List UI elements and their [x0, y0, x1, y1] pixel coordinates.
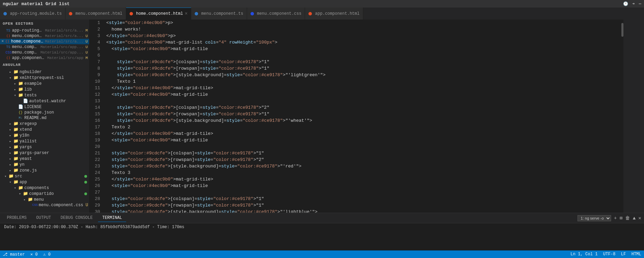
code-line: style="color:#9cdcfe">[colspan]=style="c…: [106, 104, 620, 111]
tree-item[interactable]: ▸📁yargs: [0, 144, 89, 150]
tree-item[interactable]: 📄autotest.watchr: [0, 98, 89, 104]
panel-tab-problems[interactable]: PROBLEMS: [3, 214, 31, 222]
tree-item[interactable]: ▾📁xmlhttprequest-ssl: [0, 75, 89, 81]
tree-item[interactable]: ▸📁ngbuilder: [0, 69, 89, 75]
tree-item[interactable]: ▸📁menu: [0, 197, 89, 202]
code-line: [106, 52, 620, 59]
expanded-arrow-icon: ▾: [17, 192, 23, 196]
title-icons: 🕐 ➜ ⋯: [623, 1, 641, 7]
open-editor-item[interactable]: ⟨⟩app.component.html Material/src/appM: [0, 55, 89, 61]
close-panel-icon[interactable]: ✕: [639, 215, 641, 221]
tree-item[interactable]: CSSmenu.component.css U: [0, 202, 89, 208]
tree-item[interactable]: ▸📁lib: [0, 86, 89, 92]
more-icon[interactable]: ⋯: [639, 1, 641, 7]
folder-icon: 📁: [18, 87, 23, 92]
file-icon: 📄: [18, 104, 23, 109]
collapsed-arrow-icon: ▸: [8, 133, 13, 138]
code-line: style="color:#9cdcfe">[colspan]=style="c…: [106, 196, 620, 202]
code-line: <style="color:#4ec9b0">mat-grid-tile: [106, 137, 620, 143]
tree-item[interactable]: ▾📁components: [0, 185, 89, 191]
title-bar: ngular material Grid list 🕐 ➜ ⋯: [0, 0, 644, 8]
tab-label: home.component.html: [136, 11, 183, 16]
terminal-select[interactable]: 1: ng serve -o: [578, 215, 611, 221]
line-numbers: 1234567891011121314151617181920212223242…: [89, 20, 104, 213]
split-terminal-icon[interactable]: ⊞: [620, 215, 622, 221]
maximize-panel-icon[interactable]: ▲: [633, 215, 635, 221]
folder-icon: 📁: [13, 133, 19, 138]
folder-icon: 📁: [18, 81, 23, 86]
tree-item[interactable]: M↓README.md: [0, 115, 89, 121]
editor-tab-tab-menu-ts[interactable]: menu.component.ts: [191, 8, 247, 20]
code-line: <style="color:#4ec9b0">mat-grid-tile: [106, 46, 620, 52]
panel-tab-debug-console[interactable]: DEBUG CONSOLE: [57, 214, 97, 222]
delete-terminal-icon[interactable]: 🗑: [625, 215, 630, 221]
line-number: 20: [89, 143, 100, 150]
add-terminal-icon[interactable]: +: [614, 215, 617, 221]
tab-icon: [130, 12, 133, 15]
tree-item[interactable]: ▾📁tests: [0, 92, 89, 98]
collapsed-arrow-icon: ▸: [12, 82, 18, 86]
clock-icon[interactable]: 🕐: [623, 1, 628, 7]
tree-item-label: xmlhttprequest-ssl: [20, 75, 89, 80]
code-line: [106, 189, 620, 196]
code-line: style="color:#9cdcfe">[rowspan]=style="c…: [106, 65, 620, 72]
close-icon[interactable]: ×: [1, 39, 4, 44]
tree-badge: [84, 181, 87, 184]
tree-item-label: package.json: [24, 110, 89, 115]
open-editor-item[interactable]: CSSmenu.component.css Material/src/app..…: [0, 50, 89, 55]
code-line: style="color:#9cdcfe">[colspan]=style="c…: [106, 150, 620, 156]
tree-item[interactable]: ▸📁yallist: [0, 138, 89, 144]
tree-item-label: src: [15, 174, 84, 179]
tree-item[interactable]: {}package.json: [0, 110, 89, 115]
tree-item[interactable]: ▾📁src: [0, 173, 89, 179]
tree-item-label: yallist: [20, 139, 89, 144]
tree-item-label: ngbuilder: [20, 70, 89, 74]
file-label: home.component.html: [11, 39, 44, 44]
editor-tab-tab-app-html[interactable]: app.component.html: [305, 8, 363, 20]
code-line: </style="color:#4ec9b0">mat-grid-tile>: [106, 85, 620, 91]
tree-item[interactable]: ▸📁xregexp: [0, 121, 89, 127]
editor-tab-tab-home-html[interactable]: home.component.html×: [126, 8, 191, 20]
tree-item[interactable]: ▸📁example: [0, 81, 89, 86]
panel-tab-output[interactable]: OUTPUT: [32, 214, 55, 222]
tree-item[interactable]: ▸📁yeast: [0, 156, 89, 162]
line-number: 28: [89, 196, 100, 202]
tab-label: menu.component.ts: [201, 11, 243, 16]
editor-tab-tab-menu-css[interactable]: menu.component.css: [247, 8, 305, 20]
open-editor-item[interactable]: ⟨⟩menu.component.html Material/src/a...U: [0, 33, 89, 39]
tree-item[interactable]: ▾📁compartido: [0, 191, 89, 197]
tree-item[interactable]: ▾📁app: [0, 179, 89, 185]
panel-tab-terminal[interactable]: TERMINAL: [98, 214, 126, 222]
tree-item-label: lib: [24, 87, 89, 92]
folder-icon: 📁: [27, 197, 33, 202]
open-editor-item[interactable]: ×⟨⟩home.component.html Material/src/a...…: [0, 39, 89, 44]
tree-item[interactable]: ▸📁yargs-parser: [0, 150, 89, 156]
html-file-icon: ⟨⟩: [5, 56, 11, 60]
tree-item[interactable]: ▸📁yn: [0, 162, 89, 167]
editor-tab-tab-menu-html[interactable]: menu.component.html: [65, 8, 126, 20]
tabs-bar: app-routing.module.tsmenu.component.html…: [0, 8, 644, 20]
tab-close-button[interactable]: ×: [185, 11, 187, 16]
line-number: 25: [89, 176, 100, 183]
line-number: 21: [89, 150, 100, 156]
file-status-badge: U: [85, 34, 88, 38]
open-editor-item[interactable]: TSapp-routing.module.ts Material/src/a..…: [0, 28, 89, 33]
angular-header[interactable]: ANGULAR: [0, 61, 89, 69]
open-editor-item[interactable]: TSmenu.component.ts Material/src/app...U: [0, 44, 89, 50]
right-scroll[interactable]: [620, 20, 623, 213]
editor-tab-tab-app-routing[interactable]: app-routing.module.ts: [0, 8, 65, 20]
code-content[interactable]: <style="color:#4ec9b0">p> home works!</s…: [104, 20, 620, 213]
open-editors-header[interactable]: OPEN EDITORS: [0, 20, 89, 28]
arrow-icon[interactable]: ➜: [632, 1, 635, 7]
tree-item[interactable]: ▸📁y18n: [0, 132, 89, 138]
line-ending: LF: [621, 252, 626, 257]
line-number: 17: [89, 124, 100, 130]
tree-item[interactable]: 📄LICENSE: [0, 104, 89, 110]
expanded-arrow-icon: ▾: [8, 180, 13, 184]
tree-item[interactable]: ▸📁xtend: [0, 127, 89, 132]
file-icon: 📄: [23, 98, 28, 104]
file-label: app-routing.module.ts: [12, 28, 44, 33]
tree-item[interactable]: ▸📁zone.js: [0, 167, 89, 173]
tree-item-label: README.md: [24, 116, 89, 120]
code-line: <style="color:#4ec9b0">mat-grid-tile: [106, 91, 620, 98]
